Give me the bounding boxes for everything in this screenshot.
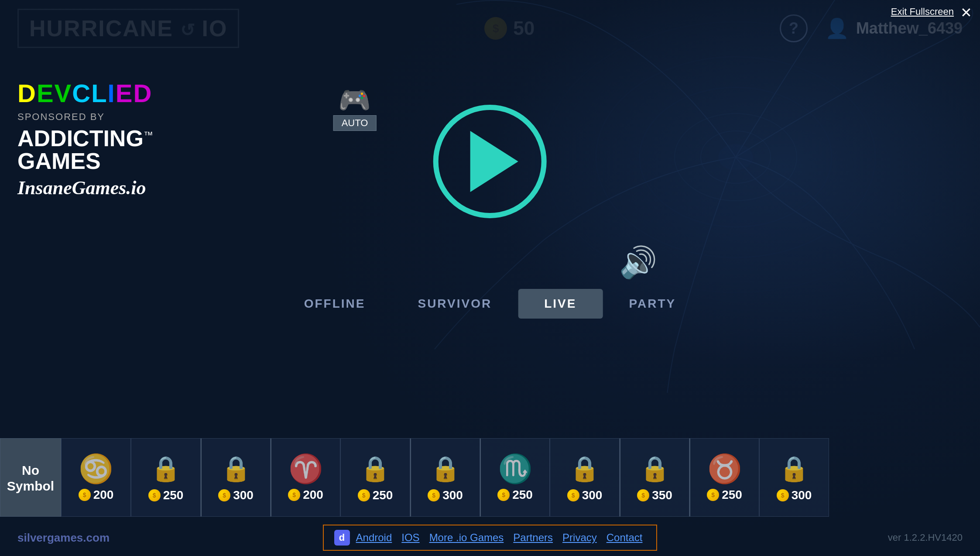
price-coin-4 [288,489,300,501]
auto-label: AUTO [333,115,377,131]
footer-link-ios[interactable]: IOS [401,532,419,544]
footer-link-contact[interactable]: Contact [607,532,643,544]
symbol-card-6[interactable]: 🔒 300 [410,438,480,517]
footer-link-privacy[interactable]: Privacy [562,532,597,544]
price-num-10: 250 [722,488,742,502]
price-coin-10 [707,489,719,501]
version-text: ver 1.2.2.HV1420 [888,532,963,543]
price-num-8: 300 [582,488,603,502]
symbol-price-4: 200 [288,488,323,502]
price-coin-11 [777,489,789,501]
symbol-price-5: 250 [358,488,393,502]
auto-button[interactable]: 🎮 AUTO [333,87,377,131]
center-area: 🎮 AUTO 🔊 OFFLINE SURVIVOR LIVE PARTY [278,61,702,319]
tab-party[interactable]: PARTY [603,289,702,319]
symbol-row: NoSymbol ♋ 200 🔒 250 🔒 300 ♈ [0,438,980,517]
price-num-11: 300 [792,488,812,502]
symbol-price-6: 300 [428,488,463,502]
play-triangle-icon [470,131,518,192]
discord-icon[interactable]: d [334,530,350,546]
price-coin-3 [218,489,230,501]
tab-live[interactable]: LIVE [518,289,603,319]
lock-icon-2: 🔒 [151,454,181,483]
symbol-card-3[interactable]: 🔒 300 [201,438,271,517]
tab-survivor[interactable]: SURVIVOR [391,289,518,319]
sound-button[interactable]: 🔊 [619,244,657,280]
price-num-4: 200 [303,488,323,502]
price-num-2: 250 [163,488,184,502]
price-num-1: 200 [93,488,114,502]
price-coin-2 [148,489,161,501]
mode-tabs: OFFLINE SURVIVOR LIVE PARTY [278,289,702,319]
symbol-card-4[interactable]: ♈ 200 [271,438,340,517]
insanegames-logo: InsaneGames.io [17,177,153,199]
footer-link-more-io-games[interactable]: More .io Games [429,532,504,544]
tab-offline[interactable]: OFFLINE [278,289,392,319]
auto-icon: 🎮 [338,87,371,113]
symbol-glyph-10: ♉ [707,455,742,483]
symbol-price-9: 350 [637,488,672,502]
play-button[interactable] [433,105,547,218]
silvergames-logo: silvergames.com [17,531,110,545]
symbol-price-3: 300 [218,488,254,502]
sound-icon: 🔊 [619,245,657,279]
lock-icon-8: 🔒 [569,454,600,483]
symbol-price-2: 250 [148,488,184,502]
exit-fullscreen-link[interactable]: Exit Fullscreen [891,6,954,17]
price-num-5: 250 [373,488,393,502]
price-num-9: 350 [652,488,672,502]
price-coin-5 [358,489,370,501]
footer-link-android[interactable]: Android [356,532,392,544]
symbol-glyph-1: ♋ [79,455,113,483]
symbol-card-no-symbol[interactable]: NoSymbol [0,438,61,517]
symbol-card-7[interactable]: ♏ 250 [480,438,550,517]
devclied-logo: DEVCLIED [17,79,153,108]
addicting-games-logo: ADDICTING™GAMES [17,127,153,172]
lock-icon-9: 🔒 [640,454,670,483]
symbol-card-9[interactable]: 🔒 350 [620,438,689,517]
lock-icon-5: 🔒 [360,454,391,483]
symbol-card-1[interactable]: ♋ 200 [61,438,131,517]
symbol-card-10[interactable]: ♉ 250 [689,438,759,517]
symbol-glyph-4: ♈ [288,455,323,483]
no-symbol-label: NoSymbol [7,463,54,494]
symbol-card-5[interactable]: 🔒 250 [340,438,410,517]
lock-icon-6: 🔒 [430,454,461,483]
symbol-card-2[interactable]: 🔒 250 [131,438,201,517]
lock-icon-11: 🔒 [779,454,809,483]
symbol-price-8: 300 [567,488,603,502]
price-coin-1 [79,489,91,501]
footer-links: d Android IOS More .io Games Partners Pr… [323,525,658,551]
symbol-price-7: 250 [497,488,533,502]
symbol-card-8[interactable]: 🔒 300 [550,438,620,517]
sponsored-by: SPONSORED BY [17,111,153,123]
symbol-price-10: 250 [707,488,742,502]
price-num-6: 300 [442,488,463,502]
price-coin-6 [428,489,440,501]
symbol-price-11: 300 [777,488,812,502]
price-coin-8 [567,489,579,501]
symbol-glyph-7: ♏ [498,455,533,483]
price-coin-7 [497,489,510,501]
price-coin-9 [637,489,649,501]
svg-point-0 [718,144,753,170]
close-button[interactable]: ✕ [960,4,972,21]
price-num-7: 250 [512,488,533,502]
left-panel: DEVCLIED SPONSORED BY ADDICTING™GAMES In… [17,79,153,199]
footer-link-partners[interactable]: Partners [513,532,553,544]
symbol-card-11[interactable]: 🔒 300 [759,438,829,517]
price-num-3: 300 [233,488,254,502]
symbol-price-1: 200 [79,488,114,502]
bottom-bar: silvergames.com d Android IOS More .io G… [0,525,980,551]
lock-icon-3: 🔒 [221,454,251,483]
